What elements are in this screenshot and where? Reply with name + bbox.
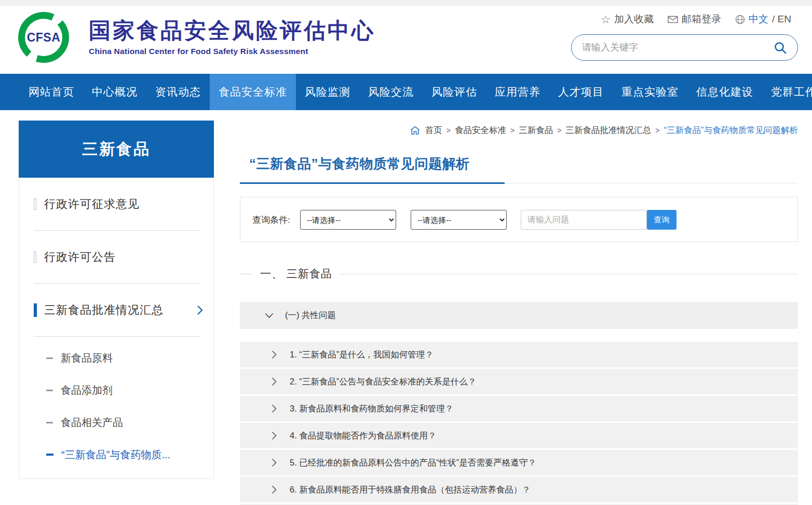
question-row-2[interactable]: 2. “三新食品”公告与食品安全标准的关系是什么？ [240,369,798,394]
chevron-down-icon [265,313,274,318]
breadcrumb-approval-summary[interactable]: 三新食品批准情况汇总 [565,125,651,136]
home-icon[interactable] [410,126,420,135]
dash-icon [46,422,53,423]
section-heading: 一、 三新食品 [240,267,798,281]
page-top-strip [0,0,812,6]
breadcrumb-separator: > [655,126,659,135]
query-category-select[interactable]: --请选择-- [300,210,396,230]
nav-item-home[interactable]: 网站首页 [20,74,83,110]
query-submit-button[interactable]: 查询 [647,210,676,230]
accordion-common-questions[interactable]: (一) 共性问题 [240,302,798,329]
logo-acronym: CFSA [27,31,61,45]
section-title: 一、 三新食品 [260,267,332,281]
breadcrumb-home[interactable]: 首页 [425,125,442,136]
site-titles: 国家食品安全风险评估中心 China National Center for F… [89,19,375,56]
accordion-title: (一) 共性问题 [285,310,336,321]
site-search-box[interactable] [571,34,798,61]
breadcrumb-separator: > [557,126,561,135]
utility-links: ☆ 加入收藏 邮箱登录 中文 / EN [601,11,791,27]
nav-item-key-laboratory[interactable]: 重点实验室 [613,74,687,110]
chevron-right-icon [272,404,277,413]
menu-bar-icon [34,251,36,263]
main-nav: 网站首页 中心概况 资讯动态 食品安全标准 风险监测 风险交流 风险评估 应用营… [0,74,812,110]
lang-english[interactable]: / EN [772,14,791,25]
nav-item-about[interactable]: 中心概况 [83,74,146,110]
breadcrumb-separator: > [446,126,451,135]
breadcrumb-current-page[interactable]: “三新食品”与食药物质常见问题解析 [664,125,799,136]
query-panel: 查询条件: --请选择-- --请选择-- 查询 [240,197,798,242]
globe-icon [735,15,745,24]
site-logo[interactable]: CFSA 国家食品安全风险评估中心 China National Center … [18,12,375,63]
nav-item-risk-assessment[interactable]: 风险评估 [423,74,486,110]
chevron-right-icon [272,458,277,467]
menu-bar-active-icon [34,303,37,317]
query-subcategory-select[interactable]: --请选择-- [411,210,507,230]
search-input[interactable] [582,42,774,53]
sidebar-subitem-new-food-ingredients[interactable]: 新食品原料 [19,342,213,374]
page-title: “三新食品”与食药物质常见问题解析 [249,155,470,173]
title-underline [240,183,798,183]
breadcrumb-separator: > [510,126,515,135]
add-favorite-label: 加入收藏 [614,12,654,26]
star-icon: ☆ [601,14,611,25]
sidebar-item-permit-announcement[interactable]: 行政许可公告 [19,231,213,283]
search-icon[interactable] [774,41,787,55]
nav-item-party-work[interactable]: 党群工作 [762,74,812,110]
decorative-line [240,274,253,274]
chevron-right-icon [272,377,277,386]
nav-item-risk-monitoring[interactable]: 风险监测 [296,74,359,110]
mail-login-label: 邮箱登录 [682,12,721,26]
site-title-en: China National Center for Food Safety Ri… [89,47,375,56]
chevron-right-icon [272,350,277,359]
nav-item-food-safety-standards[interactable]: 食品安全标准 [210,74,296,110]
question-list: 1. “三新食品”是什么，我国如何管理？ 2. “三新食品”公告与食品安全标准的… [240,342,798,505]
sidebar-item-approval-summary[interactable]: 三新食品批准情况汇总 [19,284,213,336]
sidebar-subitem-faq[interactable]: “三新食品”与食药物质... [19,438,213,471]
envelope-icon [668,16,678,23]
sidebar-submenu: 新食品原料 食品添加剂 食品相关产品 “三新食品”与食药物质... [19,337,213,471]
site-title-zh: 国家食品安全风险评估中心 [89,19,375,43]
sidebar: 三新食品 行政许可征求意见 行政许可公告 三新食品批准情况汇总 新食品原料 [19,121,214,479]
decorative-line [340,274,798,274]
question-row-1[interactable]: 1. “三新食品”是什么，我国如何管理？ [240,342,798,367]
sidebar-subitem-food-additives[interactable]: 食品添加剂 [19,374,213,406]
sidebar-subitem-food-related-products[interactable]: 食品相关产品 [19,406,213,438]
sidebar-item-permit-consultation[interactable]: 行政许可征求意见 [19,178,213,230]
dash-icon [46,357,53,359]
dash-icon [46,390,53,391]
sidebar-menu: 行政许可征求意见 行政许可公告 三新食品批准情况汇总 新食品原料 食品添加剂 [19,178,214,479]
query-conditions-label: 查询条件: [252,214,290,225]
breadcrumb: 首页 > 食品安全标准 > 三新食品 > 三新食品批准情况汇总 > “三新食品”… [410,125,798,136]
nav-item-risk-communication[interactable]: 风险交流 [359,74,423,110]
question-row-3[interactable]: 3. 新食品原料和食药物质如何界定和管理？ [240,396,798,421]
mail-login-link[interactable]: 邮箱登录 [668,12,721,26]
lang-chinese[interactable]: 中文 [749,12,768,26]
add-favorite-link[interactable]: ☆ 加入收藏 [601,12,654,26]
nav-item-applied-nutrition[interactable]: 应用营养 [486,74,549,110]
chevron-right-icon [272,431,277,440]
site-header: CFSA 国家食品安全风险评估中心 China National Center … [0,6,812,74]
cfsa-logo-icon: CFSA [18,12,69,63]
dash-icon [46,454,53,456]
breadcrumb-food-safety-standards[interactable]: 食品安全标准 [455,125,506,136]
nav-item-news[interactable]: 资讯动态 [146,74,210,110]
question-search-input[interactable] [521,210,647,230]
nav-item-talent-programs[interactable]: 人才项目 [549,74,613,110]
breadcrumb-three-new-foods[interactable]: 三新食品 [519,125,553,136]
chevron-right-icon [197,305,203,315]
language-switcher[interactable]: 中文 / EN [735,12,791,26]
menu-bar-icon [34,198,36,210]
nav-item-informatization[interactable]: 信息化建设 [687,74,762,110]
question-row-6[interactable]: 6. 新食品原料能否用于特殊膳食用食品（包括运动营养食品）？ [240,477,798,502]
chevron-right-icon [272,485,277,494]
question-row-5[interactable]: 5. 已经批准的新食品原料公告中的产品“性状”是否需要严格遵守？ [240,450,798,475]
sidebar-title: 三新食品 [19,121,214,178]
question-row-4[interactable]: 4. 食品提取物能否作为食品原料使用？ [240,423,798,448]
